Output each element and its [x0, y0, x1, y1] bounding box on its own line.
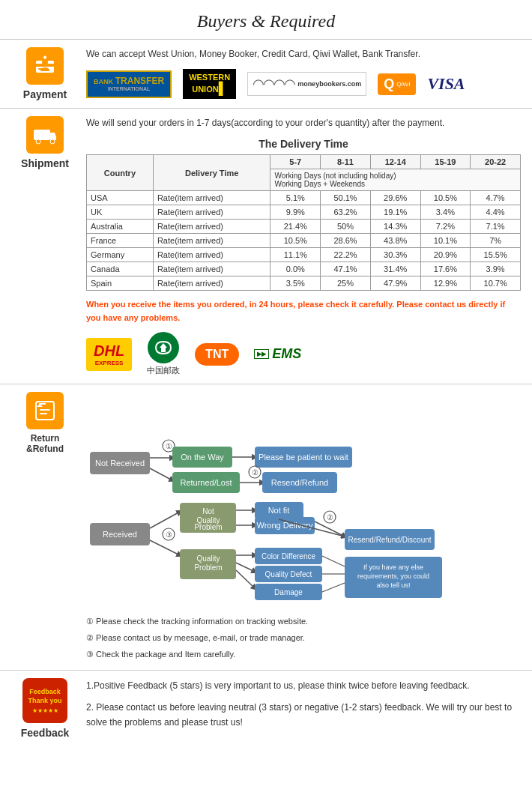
cell-c1: 10.5%	[270, 234, 321, 248]
cell-c5: 15.5%	[471, 248, 521, 262]
shipment-section: Shipment We will send your orders in 1-7…	[0, 108, 532, 384]
cell-c5: 4.7%	[471, 191, 521, 205]
payment-content: We can accept West Union, Money Booker, …	[86, 47, 521, 99]
table-row: UK Rate(item arrived) 9.9% 63.2% 19.1% 3…	[87, 205, 521, 220]
svg-line-47	[315, 522, 345, 536]
svg-text:Damage: Damage	[274, 588, 303, 596]
feedback-text-2: 2. Please contact us before leaving neut…	[86, 700, 521, 731]
cell-c3: 30.3%	[370, 248, 420, 262]
svg-text:Problem: Problem	[194, 563, 222, 572]
svg-text:Problem: Problem	[194, 523, 222, 531]
table-row: Spain Rate(item arrived) 3.5% 25% 47.9% …	[87, 276, 521, 291]
payment-label: Payment	[23, 88, 67, 100]
visa-logo: VISA	[427, 69, 465, 99]
table-row: Canada Rate(item arrived) 0.0% 47.1% 31.…	[87, 262, 521, 276]
delivery-table: Country Delivery Time 5-7 8-11 12-14 15-…	[86, 154, 521, 291]
svg-text:Not: Not	[202, 507, 214, 516]
cell-c1: 11.1%	[270, 248, 321, 262]
feedback-icon: FeedbackThank you ★★★★★	[22, 678, 67, 723]
dhl-logo: DHL EXPRESS	[86, 338, 132, 371]
cell-country: France	[87, 234, 154, 248]
svg-text:If you have any else: If you have any else	[363, 563, 423, 571]
svg-rect-7	[36, 127, 45, 129]
col-country: Country	[87, 155, 154, 191]
cell-c2: 28.6%	[321, 234, 371, 248]
cell-c5: 7.1%	[471, 220, 521, 234]
return-refund-header: Return &Refund	[11, 392, 79, 454]
svg-rect-11	[40, 413, 47, 414]
svg-line-56	[236, 563, 255, 572]
cell-c2: 22.2%	[321, 248, 371, 262]
payment-icon	[26, 47, 64, 85]
return-refund-icon	[26, 392, 64, 429]
svg-text:requirements, you could: requirements, you could	[357, 572, 429, 580]
svg-point-6	[50, 139, 55, 144]
cell-type: Rate(item arrived)	[153, 220, 270, 234]
western-union-logo: WESTERN UNION▌	[183, 69, 236, 99]
feedback-text-1: 1.Positive Feedback (5 stars) is very im…	[86, 678, 521, 693]
col-12-14: 12-14	[370, 155, 420, 169]
col-delivery: Delivery Time	[153, 155, 270, 191]
shipment-icon	[26, 116, 64, 154]
shipment-header: Shipment	[11, 116, 79, 169]
cell-c4: 12.9%	[420, 276, 471, 291]
cell-country: Canada	[87, 262, 154, 276]
return-refund-svg-icon	[32, 398, 58, 423]
svg-text:③: ③	[166, 531, 172, 539]
cell-c5: 4.4%	[471, 205, 521, 220]
svg-point-3	[42, 59, 48, 65]
cell-c2: 25%	[321, 276, 371, 291]
payment-text: We can accept West Union, Money Booker, …	[86, 47, 521, 61]
svg-line-57	[236, 570, 255, 588]
cell-c2: 47.1%	[321, 262, 371, 276]
delivery-title: The Delivery Time	[86, 138, 521, 150]
svg-text:Resend/Refund: Resend/Refund	[271, 478, 328, 487]
cell-c5: 3.9%	[471, 262, 521, 276]
cell-c2: 50%	[321, 220, 371, 234]
cell-c1: 5.1%	[270, 191, 321, 205]
cell-country: USA	[87, 191, 154, 205]
svg-line-34	[150, 512, 180, 528]
shipment-content: We will send your orders in 1-7 days(acc…	[86, 116, 521, 376]
cell-c4: 10.1%	[420, 234, 471, 248]
svg-line-22	[150, 468, 172, 480]
courier-logos: DHL EXPRESS 中国邮政 TNT ▶▶	[86, 332, 521, 376]
shipment-svg-icon	[32, 122, 58, 148]
cell-c3: 47.9%	[370, 276, 420, 291]
cell-c1: 9.9%	[270, 205, 321, 220]
col-20-22: 20-22	[471, 155, 521, 169]
tnt-logo: TNT	[195, 343, 239, 366]
table-row: USA Rate(item arrived) 5.1% 50.1% 29.6% …	[87, 191, 521, 205]
col-8-11: 8-11	[321, 155, 371, 169]
col-5-7: 5-7	[270, 155, 321, 169]
svg-text:Returned/Lost: Returned/Lost	[180, 478, 232, 487]
qiwi-logo: Q QIWI	[378, 69, 416, 99]
svg-text:Received: Received	[103, 530, 137, 539]
cell-c1: 21.4%	[270, 220, 321, 234]
ems-logo: ▶▶ EMS	[254, 346, 301, 362]
feedback-content: 1.Positive Feedback (5 stars) is very im…	[86, 678, 521, 730]
svg-text:Quality Defect: Quality Defect	[265, 570, 312, 578]
shipment-label: Shipment	[21, 157, 69, 169]
svg-text:Please be patient to wait: Please be patient to wait	[259, 453, 348, 462]
cell-c4: 7.2%	[420, 220, 471, 234]
flowchart: Not Received ① On the Way Please be pati…	[86, 392, 506, 609]
payment-header: Payment	[11, 47, 79, 100]
note-2: ② Please contact us by meesage, e-mail, …	[86, 629, 521, 646]
feedback-header: FeedbackThank you ★★★★★ Feedback	[11, 678, 79, 739]
cell-type: Rate(item arrived)	[153, 205, 270, 220]
shipment-warning: When you receive the items you ordered, …	[86, 298, 521, 324]
bank-transfer-logo: BANK TRANSFER INTERNATIONAL	[86, 69, 172, 99]
cell-c3: 43.8%	[370, 234, 420, 248]
cell-c4: 3.4%	[420, 205, 471, 220]
warning-normal: When you receive the items you ordered,	[86, 300, 250, 309]
china-post-icon	[153, 337, 174, 358]
svg-point-5	[36, 139, 40, 144]
cell-country: Germany	[87, 248, 154, 262]
cell-c4: 10.5%	[420, 191, 471, 205]
cell-c5: 7%	[471, 234, 521, 248]
payment-svg-icon	[34, 55, 56, 77]
svg-line-51	[150, 540, 180, 555]
cell-c2: 63.2%	[321, 205, 371, 220]
svg-text:Color Difference: Color Difference	[262, 552, 316, 560]
